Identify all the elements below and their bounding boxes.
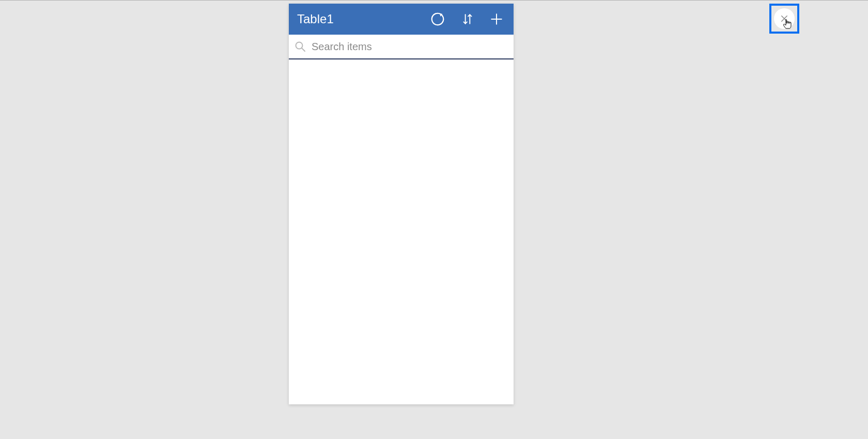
- panel-body: [289, 59, 514, 404]
- search-input[interactable]: [312, 41, 508, 53]
- panel-title: Table1: [297, 12, 430, 26]
- refresh-icon: [430, 11, 445, 27]
- header-actions: [430, 11, 506, 27]
- refresh-button[interactable]: [430, 11, 445, 27]
- close-icon: [780, 14, 789, 23]
- app-panel: Table1: [289, 4, 514, 404]
- sort-icon: [461, 11, 474, 27]
- panel-header: Table1: [289, 4, 514, 35]
- close-button[interactable]: [774, 8, 795, 29]
- add-button[interactable]: [490, 12, 503, 26]
- sort-button[interactable]: [461, 11, 474, 27]
- search-icon: [294, 40, 306, 53]
- plus-icon: [490, 12, 503, 26]
- search-bar: [289, 35, 514, 59]
- svg-point-0: [430, 12, 445, 27]
- close-button-highlight: [769, 4, 799, 34]
